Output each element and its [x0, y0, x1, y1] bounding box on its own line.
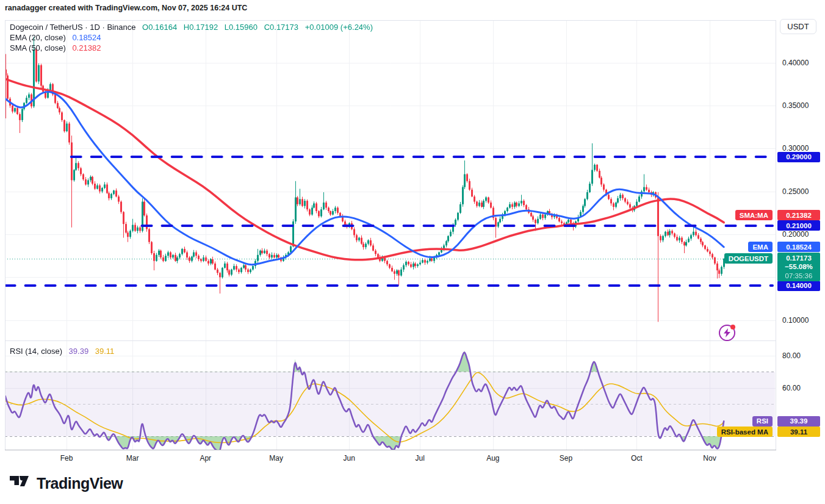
price-tick-label: 0.20000 [782, 229, 809, 239]
month-label-oct: Oct [627, 454, 646, 463]
last-price-badge: 0.17173 −55.08% 07:35:36 [777, 253, 820, 282]
month-label-jul: Jul [411, 454, 429, 463]
rsi-value-badge: 39.39 [777, 416, 820, 427]
sma-value-badge: 0.21382 [777, 210, 820, 220]
price-tick-label: 0.35000 [782, 101, 809, 110]
rsi-tick-label: 80.00 [782, 351, 801, 361]
ema-legend-label[interactable]: EMA (20, close) [10, 33, 66, 42]
month-label-sep: Sep [557, 454, 575, 463]
logo-wordmark: TradingView [37, 475, 123, 492]
rsi-tick-label: 60.00 [782, 383, 801, 393]
lightning-bolt-icon [723, 328, 731, 337]
level-badge-021: 0.21000 [777, 220, 820, 231]
sma-series-badge[interactable]: SMA:MA [735, 210, 773, 220]
rsi-legend-label[interactable]: RSI (14, close) [10, 347, 62, 356]
month-label-feb: Feb [57, 454, 76, 463]
rsi-ma-legend-value: 39.11 [95, 347, 115, 356]
price-tick-label: 0.25000 [782, 187, 809, 196]
level-badge-029: 0.29000 [777, 152, 820, 162]
ema-value-badge: 0.18524 [777, 242, 820, 252]
sma-legend-label[interactable]: SMA (50, close) [10, 43, 66, 52]
month-label-nov: Nov [701, 454, 719, 463]
ema-legend-value: 0.18524 [72, 33, 101, 42]
main-legend: Dogecoin / TetherUS · 1D · Binance O0.16… [10, 22, 373, 53]
ema-series-badge[interactable]: EMA [748, 242, 773, 252]
month-label-mar: Mar [123, 454, 142, 463]
notification-dot [730, 325, 735, 329]
level-badge-014: 0.14000 [777, 281, 820, 291]
credit-line: ranadagger created with TradingView.com,… [5, 4, 247, 12]
symbol-title[interactable]: Dogecoin / TetherUS · 1D · Binance [10, 23, 135, 32]
last-price-change: −55.08% [777, 262, 820, 272]
rsi-ma-series-badge[interactable]: RSI-based MA [717, 427, 773, 437]
rsi-legend-value: 39.39 [69, 347, 89, 356]
price-tick-label: 0.10000 [782, 315, 809, 325]
rsi-legend: RSI (14, close) 39.39 39.11 [10, 347, 114, 356]
ohlc-close: C0.17173 [264, 23, 298, 32]
currency-toggle-button[interactable]: USDT [780, 19, 816, 34]
chart-canvas[interactable] [5, 20, 776, 450]
tradingview-mark-icon [10, 476, 31, 492]
ohlc-low: L0.15960 [225, 23, 258, 32]
ohlc-change: +0.01009 (+6.24%) [305, 23, 373, 32]
month-label-apr: Apr [196, 454, 215, 463]
rsi-ma-value-badge: 39.11 [777, 427, 820, 437]
tradingview-logo[interactable]: TradingView [10, 475, 123, 492]
ohlc-high: H0.17192 [184, 23, 218, 32]
month-label-jun: Jun [340, 454, 358, 463]
symbol-series-badge[interactable]: DOGEUSDT [724, 253, 773, 264]
chart-container: Dogecoin / TetherUS · 1D · Binance O0.16… [0, 17, 825, 452]
last-price-value: 0.17173 [777, 254, 820, 263]
ohlc-open: O0.16164 [142, 23, 177, 32]
rsi-series-badge[interactable]: RSI [752, 416, 773, 427]
month-label-aug: Aug [484, 454, 502, 463]
month-label-may: May [267, 454, 286, 463]
price-tick-label: 0.40000 [782, 58, 809, 68]
bar-countdown: 07:35:36 [777, 272, 820, 281]
flash-news-icon[interactable] [719, 325, 735, 341]
sma-legend-value: 0.21382 [72, 43, 101, 52]
